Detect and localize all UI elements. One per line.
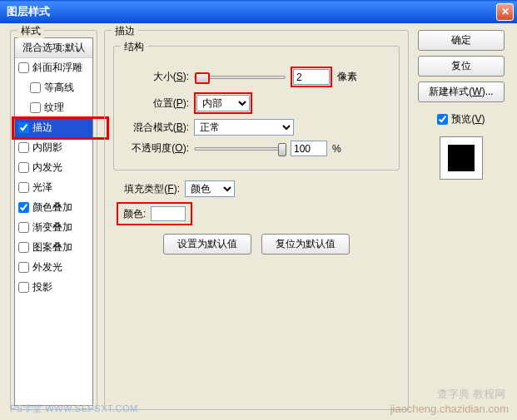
size-slider-thumb[interactable] (195, 72, 210, 84)
style-label-7: 颜色叠加 (32, 200, 72, 215)
style-item-9[interactable]: 图案叠加 (15, 238, 92, 258)
watermark-left: PS学堂 WWW.SEPSXT.COM (10, 403, 138, 415)
style-checkbox-8[interactable] (18, 222, 29, 233)
color-swatch[interactable] (151, 206, 186, 221)
position-select[interactable]: 内部 (196, 95, 250, 111)
watermark-right-bottom: jiaocheng.chazidian.com (390, 403, 509, 415)
reset-default-button[interactable]: 复位为默认值 (261, 234, 350, 254)
opacity-input[interactable] (291, 141, 327, 156)
size-row: 大小(S): 像素 (122, 67, 390, 87)
styles-groupbox: 样式 混合选项:默认 斜面和浮雕等高线纹理描边内阴影内发光光泽颜色叠加渐变叠加图… (10, 30, 97, 410)
color-label: 颜色: (123, 207, 146, 221)
style-checkbox-1[interactable] (30, 82, 41, 93)
style-item-2[interactable]: 纹理 (15, 98, 92, 118)
opacity-unit: % (332, 143, 341, 155)
blend-options-header[interactable]: 混合选项:默认 (15, 38, 92, 58)
new-style-button[interactable]: 新建样式(W)... (418, 82, 505, 102)
style-item-7[interactable]: 颜色叠加 (15, 198, 92, 218)
structure-groupbox: 结构 大小(S): 像素 位置(P): 内部 混合模式(B): (113, 46, 400, 170)
filltype-select[interactable]: 颜色 (185, 180, 235, 197)
preview-checkbox-row[interactable]: 预览(V) (437, 112, 485, 126)
styles-panel: 样式 混合选项:默认 斜面和浮雕等高线纹理描边内阴影内发光光泽颜色叠加渐变叠加图… (10, 30, 97, 410)
position-row: 位置(P): 内部 (122, 92, 390, 114)
opacity-slider-thumb[interactable] (278, 143, 286, 156)
style-checkbox-4[interactable] (18, 142, 29, 153)
style-label-8: 渐变叠加 (32, 220, 72, 235)
styles-list: 混合选项:默认 斜面和浮雕等高线纹理描边内阴影内发光光泽颜色叠加渐变叠加图案叠加… (14, 37, 93, 406)
opacity-label: 不透明度(O): (122, 141, 189, 156)
settings-panel: 描边 结构 大小(S): 像素 位置(P): 内部 (104, 30, 409, 410)
watermark-right-top: 查字典 教程网 (437, 387, 505, 402)
dialog-body: 样式 混合选项:默认 斜面和浮雕等高线纹理描边内阴影内发光光泽颜色叠加渐变叠加图… (3, 23, 514, 417)
close-icon: ✕ (501, 6, 510, 17)
preview-swatch-inner (448, 145, 475, 171)
size-highlight (291, 67, 332, 87)
filltype-row: 填充类型(F): 颜色 (113, 180, 400, 197)
style-item-4[interactable]: 内阴影 (15, 138, 92, 158)
default-buttons-row: 设置为默认值 复位为默认值 (113, 234, 400, 254)
style-label-11: 投影 (32, 280, 52, 294)
style-checkbox-5[interactable] (18, 162, 29, 173)
style-checkbox-11[interactable] (18, 282, 29, 293)
style-checkbox-0[interactable] (18, 62, 29, 73)
blendmode-select[interactable]: 正常 (194, 119, 294, 136)
preview-checkbox[interactable] (437, 114, 448, 125)
window-title: 图层样式 (7, 4, 496, 19)
size-slider[interactable] (194, 76, 286, 79)
style-checkbox-2[interactable] (30, 102, 41, 113)
filltype-label: 填充类型(F): (113, 182, 180, 196)
close-button[interactable]: ✕ (496, 3, 514, 21)
ok-button[interactable]: 确定 (418, 30, 505, 51)
style-label-9: 图案叠加 (32, 240, 72, 254)
size-unit: 像素 (337, 70, 357, 84)
titlebar: 图层样式 ✕ (0, 0, 517, 23)
style-item-6[interactable]: 光泽 (15, 178, 92, 198)
reset-button[interactable]: 复位 (418, 56, 505, 77)
opacity-row: 不透明度(O): % (122, 141, 390, 156)
action-panel: 确定 复位 新建样式(W)... 预览(V) (415, 30, 507, 410)
stroke-group-title: 描边 (112, 24, 138, 38)
style-label-0: 斜面和浮雕 (32, 61, 82, 75)
set-default-button[interactable]: 设置为默认值 (163, 234, 251, 254)
opacity-slider[interactable] (194, 147, 286, 151)
style-item-0[interactable]: 斜面和浮雕 (15, 58, 92, 78)
position-label: 位置(P): (122, 96, 189, 111)
style-checkbox-3[interactable] (18, 122, 29, 133)
style-item-8[interactable]: 渐变叠加 (15, 218, 92, 238)
style-label-2: 纹理 (44, 101, 64, 115)
style-item-5[interactable]: 内发光 (15, 158, 92, 178)
style-item-3[interactable]: 描边 (15, 118, 92, 138)
style-label-3: 描边 (32, 121, 52, 135)
color-row: 颜色: (113, 202, 400, 225)
style-item-10[interactable]: 外发光 (15, 258, 92, 278)
structure-title: 结构 (121, 40, 147, 54)
size-label: 大小(S): (122, 70, 189, 84)
style-item-1[interactable]: 等高线 (15, 78, 92, 98)
preview-label: 预览(V) (451, 112, 485, 126)
style-label-4: 内阴影 (32, 141, 62, 155)
style-checkbox-10[interactable] (18, 262, 29, 273)
position-highlight: 内部 (194, 92, 252, 114)
style-label-6: 光泽 (32, 180, 52, 195)
preview-swatch (440, 136, 483, 180)
stroke-groupbox: 描边 结构 大小(S): 像素 位置(P): 内部 (104, 30, 409, 410)
style-label-1: 等高线 (44, 81, 74, 95)
style-checkbox-7[interactable] (18, 202, 29, 213)
style-label-5: 内发光 (32, 161, 62, 175)
color-highlight: 颜色: (117, 202, 192, 225)
style-label-10: 外发光 (32, 260, 62, 274)
blendmode-row: 混合模式(B): 正常 (122, 119, 390, 136)
styles-group-title: 样式 (17, 24, 44, 38)
size-input[interactable] (293, 69, 330, 85)
style-checkbox-6[interactable] (18, 182, 29, 193)
style-item-11[interactable]: 投影 (15, 278, 92, 298)
style-checkbox-9[interactable] (18, 242, 29, 253)
blendmode-label: 混合模式(B): (122, 121, 189, 135)
